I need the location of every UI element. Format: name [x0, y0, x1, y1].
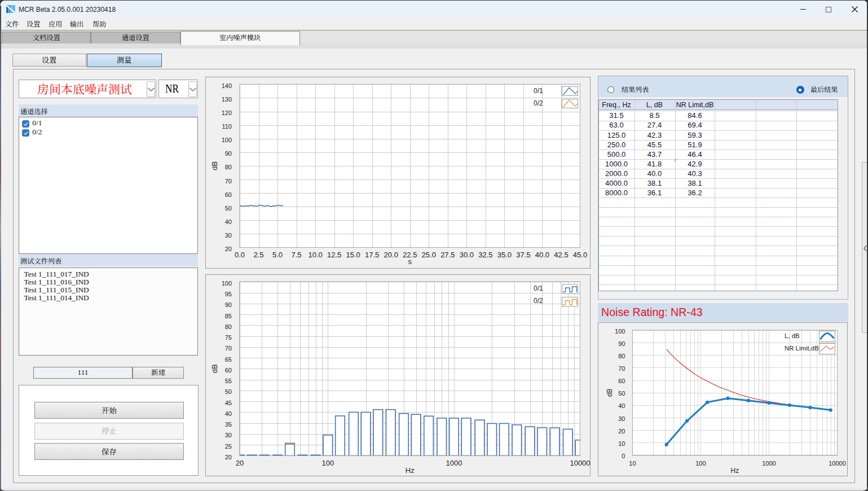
svg-text:40.0: 40.0: [535, 251, 549, 259]
svg-text:20: 20: [225, 246, 232, 252]
svg-text:20: 20: [236, 459, 244, 467]
svg-text:70: 70: [225, 178, 232, 185]
svg-text:0/1: 0/1: [534, 87, 543, 95]
svg-text:dB: dB: [210, 364, 219, 373]
svg-text:0.0: 0.0: [235, 251, 245, 259]
svg-text:4000.0: 4000.0: [605, 178, 628, 187]
svg-text:30: 30: [225, 432, 232, 439]
svg-text:NR Limit,dB: NR Limit,dB: [785, 345, 819, 352]
svg-text:35.0: 35.0: [497, 251, 512, 259]
svg-text:25: 25: [225, 443, 232, 450]
svg-text:0/2: 0/2: [534, 99, 543, 107]
svg-text:250.0: 250.0: [607, 140, 626, 148]
svg-text:L, dB: L, dB: [646, 101, 663, 109]
svg-text:63.0: 63.0: [609, 121, 623, 129]
svg-text:38.1: 38.1: [647, 178, 662, 187]
svg-text:45.5: 45.5: [647, 140, 662, 148]
svg-text:40: 40: [618, 402, 625, 409]
svg-text:10000: 10000: [570, 459, 590, 467]
svg-text:70: 70: [225, 345, 232, 352]
svg-text:32.5: 32.5: [478, 251, 492, 259]
svg-text:30.0: 30.0: [460, 251, 474, 259]
svg-text:90: 90: [225, 150, 232, 157]
svg-text:10.0: 10.0: [308, 251, 322, 259]
svg-text:75: 75: [225, 334, 232, 341]
svg-text:42.5: 42.5: [554, 251, 568, 259]
svg-text:42.9: 42.9: [688, 159, 702, 168]
svg-text:51.9: 51.9: [688, 140, 702, 148]
svg-text:35: 35: [225, 421, 232, 428]
svg-text:50: 50: [618, 390, 625, 397]
svg-text:15.0: 15.0: [346, 251, 360, 259]
svg-text:31.5: 31.5: [609, 111, 623, 120]
svg-text:40.3: 40.3: [688, 169, 702, 177]
svg-text:20.0: 20.0: [384, 251, 398, 259]
svg-text:80: 80: [618, 353, 625, 360]
svg-text:50: 50: [225, 388, 232, 395]
svg-text:8.5: 8.5: [649, 111, 659, 120]
svg-text:69.4: 69.4: [688, 121, 702, 129]
svg-text:36.2: 36.2: [688, 188, 702, 196]
svg-text:8000.0: 8000.0: [605, 188, 628, 196]
svg-text:20: 20: [618, 428, 625, 435]
svg-text:100: 100: [695, 460, 706, 467]
svg-text:90: 90: [225, 301, 232, 308]
svg-text:55: 55: [225, 378, 232, 384]
svg-text:Hz: Hz: [406, 466, 415, 475]
svg-text:10000: 10000: [829, 460, 846, 467]
svg-text:85: 85: [225, 313, 232, 319]
svg-text:41.8: 41.8: [647, 159, 662, 168]
svg-text:100: 100: [222, 137, 232, 143]
svg-text:46.4: 46.4: [688, 150, 702, 158]
svg-text:0/1: 0/1: [534, 284, 543, 292]
svg-text:10: 10: [618, 440, 625, 447]
svg-text:70: 70: [618, 365, 625, 372]
svg-text:1000.0: 1000.0: [605, 159, 628, 168]
svg-text:43.7: 43.7: [647, 150, 662, 158]
svg-text:dB: dB: [606, 388, 614, 397]
svg-text:95: 95: [225, 291, 232, 297]
svg-text:60: 60: [225, 367, 232, 374]
svg-text:40: 40: [225, 218, 232, 225]
svg-text:40: 40: [225, 410, 232, 417]
svg-text:45: 45: [225, 400, 232, 406]
svg-text:60: 60: [618, 378, 625, 384]
svg-text:5.0: 5.0: [272, 251, 283, 259]
svg-text:130: 130: [222, 96, 232, 103]
svg-text:42.3: 42.3: [647, 130, 662, 139]
svg-text:40.0: 40.0: [647, 169, 662, 177]
svg-text:L, dB: L, dB: [785, 332, 800, 339]
svg-text:59.3: 59.3: [688, 130, 702, 139]
svg-text:100: 100: [222, 280, 232, 287]
svg-text:500.0: 500.0: [607, 150, 626, 158]
svg-text:2000.0: 2000.0: [605, 169, 628, 177]
svg-text:50: 50: [225, 205, 232, 212]
svg-text:20: 20: [225, 454, 232, 461]
svg-text:100: 100: [321, 459, 334, 467]
svg-text:27.5: 27.5: [440, 251, 455, 259]
svg-text:1000: 1000: [446, 459, 462, 467]
svg-text:0: 0: [622, 453, 625, 459]
svg-text:25.0: 25.0: [422, 251, 436, 259]
svg-text:120: 120: [222, 109, 232, 116]
svg-text:s: s: [408, 257, 412, 266]
svg-text:12.5: 12.5: [327, 251, 341, 259]
svg-text:110: 110: [222, 123, 232, 130]
svg-text:100: 100: [615, 328, 625, 335]
svg-text:80: 80: [225, 164, 232, 170]
svg-text:37.5: 37.5: [516, 251, 530, 259]
svg-text:36.1: 36.1: [647, 188, 662, 196]
svg-text:7.5: 7.5: [292, 251, 302, 259]
svg-text:Freq., Hz: Freq., Hz: [602, 101, 631, 109]
svg-text:84.6: 84.6: [688, 111, 702, 120]
svg-text:125.0: 125.0: [607, 130, 626, 139]
svg-text:38.1: 38.1: [688, 178, 702, 187]
svg-text:10: 10: [629, 460, 636, 467]
svg-text:80: 80: [225, 323, 232, 330]
svg-text:0/2: 0/2: [534, 297, 543, 305]
svg-text:65: 65: [225, 356, 232, 363]
svg-text:dB: dB: [210, 161, 219, 170]
svg-text:90: 90: [618, 340, 625, 347]
svg-text:27.4: 27.4: [647, 121, 662, 129]
svg-text:17.5: 17.5: [365, 251, 379, 259]
